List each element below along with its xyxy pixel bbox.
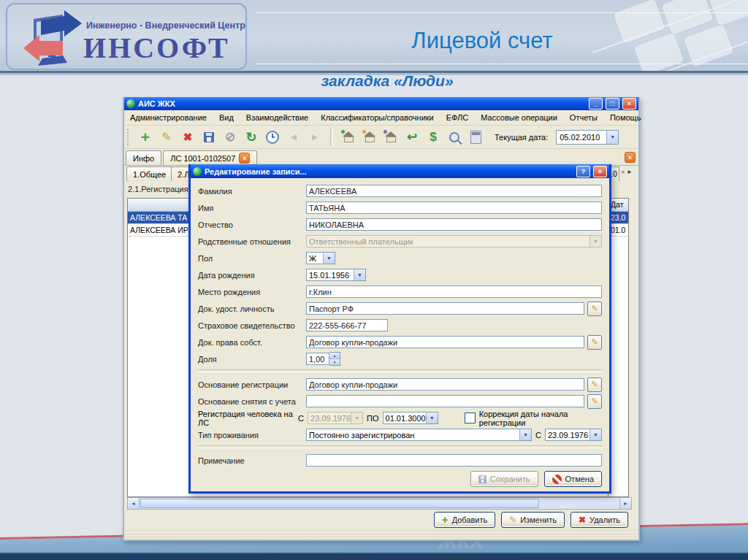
scroll-left-icon[interactable]: ◄ xyxy=(128,498,140,509)
delete-icon[interactable]: ✖ xyxy=(180,129,196,146)
add-record-button[interactable]: + Добавить xyxy=(434,512,495,528)
spin-up-icon[interactable]: ▲ xyxy=(329,353,340,358)
chevron-down-icon[interactable]: ▼ xyxy=(354,269,365,280)
edit-icon[interactable]: ✎ xyxy=(159,129,175,146)
date-cell[interactable]: 01.0 xyxy=(608,224,628,237)
back-icon[interactable]: ◄ xyxy=(286,129,302,146)
insurance-field[interactable] xyxy=(306,319,388,331)
payments-icon[interactable]: $ xyxy=(425,129,441,146)
firstname-field[interactable] xyxy=(306,202,602,214)
help-button[interactable]: ? xyxy=(576,166,590,177)
spin-down-icon[interactable]: ▼ xyxy=(329,358,340,365)
reg-basis-label: Основание регистрации xyxy=(198,380,306,389)
delete-record-button[interactable]: ✖ Удалить xyxy=(570,512,628,528)
residence-since-label: С xyxy=(535,431,541,440)
chevron-down-icon[interactable]: ▼ xyxy=(606,131,618,144)
residence-since-combo[interactable]: 23.09.1976 ▼ xyxy=(545,429,602,441)
reg-from-label: С xyxy=(298,414,304,423)
dialog-buttons: Сохранить Отмена xyxy=(198,471,602,487)
date-cell[interactable]: 23.0 xyxy=(608,212,628,224)
tab-scroll-right-icon[interactable]: ► xyxy=(627,169,633,175)
correction-checkbox[interactable] xyxy=(465,413,476,423)
surname-label: Фамилия xyxy=(198,187,306,196)
clock-icon[interactable] xyxy=(264,129,280,146)
current-date-combo[interactable]: 05.02.2010 ▼ xyxy=(556,130,619,145)
chevron-down-icon[interactable]: ▼ xyxy=(519,429,531,440)
gender-combo[interactable]: Ж ▼ xyxy=(306,252,335,264)
dialog-close-button[interactable]: × xyxy=(593,166,607,177)
recalc-icon[interactable]: ↩ xyxy=(404,129,420,146)
birth-date-combo[interactable]: 15.01.1956 ▼ xyxy=(306,269,366,281)
home-icon[interactable] xyxy=(340,129,356,146)
share-field[interactable] xyxy=(306,353,329,365)
residence-label: Тип проживания xyxy=(198,431,306,440)
calculator-icon[interactable] xyxy=(468,129,484,146)
menu-view[interactable]: Вид xyxy=(219,113,234,122)
note-field[interactable] xyxy=(306,454,602,467)
dereg-basis-edit-button[interactable]: ✎ xyxy=(587,394,602,409)
close-button[interactable]: × xyxy=(622,98,636,110)
pencil-icon: ✎ xyxy=(591,380,598,389)
reg-to-combo[interactable]: 01.01.3000 ▼ xyxy=(383,412,438,424)
minimize-button[interactable]: _ xyxy=(589,98,603,110)
menu-help[interactable]: Помощь xyxy=(610,113,641,122)
tab-scroll-buttons: ◄ ► xyxy=(619,169,633,175)
tab-info[interactable]: Инфо xyxy=(126,150,161,165)
save-icon[interactable] xyxy=(201,129,217,146)
dereg-basis-field[interactable] xyxy=(306,395,584,407)
identity-doc-field[interactable] xyxy=(306,302,584,315)
tab-account[interactable]: ЛС 1001-0102507 × xyxy=(163,150,257,165)
divider xyxy=(198,369,602,372)
birth-place-label: Место рождения xyxy=(198,288,306,296)
menu-efls[interactable]: ЕФЛС xyxy=(446,113,469,122)
surname-field[interactable] xyxy=(306,185,602,197)
home-open-icon[interactable] xyxy=(362,129,378,146)
forward-icon[interactable]: ► xyxy=(307,129,323,146)
chevron-down-icon[interactable]: ▼ xyxy=(426,413,438,423)
menu-administration[interactable]: Администрирование xyxy=(130,113,207,122)
slide-title: Лицевой счет xyxy=(256,28,709,54)
window-title: АИС ЖКХ xyxy=(138,99,586,108)
reg-basis-edit-button[interactable]: ✎ xyxy=(587,377,602,392)
identity-doc-edit-button[interactable]: ✎ xyxy=(587,302,602,316)
menu-reports[interactable]: Отчеты xyxy=(570,113,598,122)
reg-basis-field[interactable] xyxy=(306,378,584,391)
toolbar: + ✎ ✖ ⊘ ↻ ◄ ► ↩ $ Текущая дата: 05.02.20… xyxy=(124,126,638,149)
home-edit-icon[interactable] xyxy=(383,129,399,146)
cancel-button[interactable]: Отмена xyxy=(544,471,602,487)
edit-record-button[interactable]: ✎ Изменить xyxy=(501,512,565,528)
menu-mass-operations[interactable]: Массовые операции xyxy=(481,113,557,122)
horizontal-scrollbar[interactable]: ◄ ► xyxy=(127,497,632,510)
menu-bar: Администрирование Вид Взаимодействие Кла… xyxy=(124,110,638,126)
share-label: Доля xyxy=(198,355,306,364)
birth-place-field[interactable] xyxy=(306,285,602,298)
residence-combo[interactable]: Постоянно зарегистрирован ▼ xyxy=(306,429,532,441)
save-button[interactable]: Сохранить xyxy=(470,471,538,487)
tab-scroll-left-icon[interactable]: ◄ xyxy=(619,169,625,175)
scrollbar-thumb[interactable] xyxy=(140,499,539,508)
scroll-right-icon[interactable]: ► xyxy=(619,498,631,509)
chevron-down-icon[interactable]: ▼ xyxy=(323,253,335,264)
insoft-logo-icon xyxy=(20,7,83,69)
tabstrip-close-icon[interactable]: × xyxy=(625,152,636,163)
app-icon xyxy=(126,99,135,108)
chevron-down-icon: ▼ xyxy=(589,236,601,247)
tab-close-icon[interactable]: × xyxy=(239,153,250,164)
current-date-value: 05.02.2010 xyxy=(557,133,606,142)
share-stepper[interactable]: ▲ ▼ xyxy=(329,352,340,366)
logo: Инженерно - Внедренческий Центр ИНСОФТ xyxy=(6,3,247,70)
ownership-doc-field[interactable] xyxy=(306,336,584,348)
ownership-doc-edit-button[interactable]: ✎ xyxy=(587,335,602,350)
menu-interaction[interactable]: Взаимодействие xyxy=(246,113,308,122)
add-icon[interactable]: + xyxy=(137,129,153,146)
search-icon[interactable] xyxy=(446,129,462,146)
save-icon xyxy=(478,475,486,483)
chevron-down-icon[interactable]: ▼ xyxy=(589,429,601,440)
cancel-icon[interactable]: ⊘ xyxy=(222,129,238,146)
maximize-button[interactable]: □ xyxy=(606,98,619,110)
edit-record-dialog: Редактирование записи... ? × Фамилия Имя… xyxy=(188,164,611,494)
menu-classifiers[interactable]: Классификаторы/справочники xyxy=(321,113,434,122)
refresh-icon[interactable]: ↻ xyxy=(243,129,259,146)
current-date-label: Текущая дата: xyxy=(495,133,548,142)
patronymic-field[interactable] xyxy=(306,218,602,231)
